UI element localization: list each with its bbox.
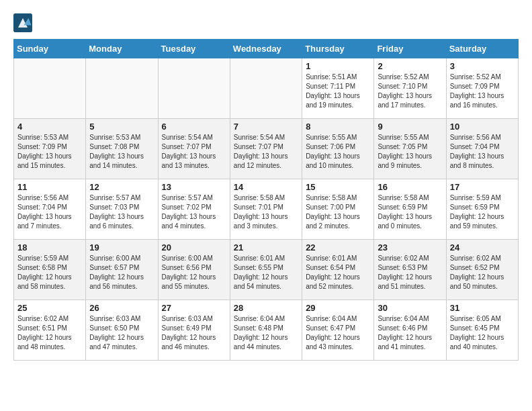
day-number: 18 (17, 242, 82, 253)
day-number: 10 (450, 122, 515, 132)
day-cell-3: 3Sunrise: 5:52 AM Sunset: 7:09 PM Daylig… (446, 58, 518, 119)
empty-cell (86, 58, 158, 119)
day-cell-6: 6Sunrise: 5:54 AM Sunset: 7:07 PM Daylig… (158, 119, 230, 179)
day-info: Sunrise: 6:00 AM Sunset: 6:57 PM Dayligh… (89, 254, 154, 291)
day-info: Sunrise: 5:53 AM Sunset: 7:09 PM Dayligh… (17, 133, 82, 171)
day-info: Sunrise: 6:00 AM Sunset: 6:56 PM Dayligh… (162, 254, 226, 291)
logo (13, 13, 35, 32)
day-info: Sunrise: 6:01 AM Sunset: 6:54 PM Dayligh… (306, 254, 370, 291)
day-number: 22 (306, 242, 370, 253)
day-number: 12 (89, 182, 154, 192)
day-number: 31 (450, 303, 515, 313)
day-cell-29: 29Sunrise: 6:04 AM Sunset: 6:47 PM Dayli… (302, 300, 374, 361)
empty-cell (158, 58, 230, 119)
day-info: Sunrise: 5:57 AM Sunset: 7:03 PM Dayligh… (89, 193, 154, 231)
week-row-4: 18Sunrise: 5:59 AM Sunset: 6:58 PM Dayli… (14, 240, 519, 300)
day-number: 11 (17, 182, 82, 192)
day-cell-4: 4Sunrise: 5:53 AM Sunset: 7:09 PM Daylig… (14, 119, 86, 179)
week-row-2: 4Sunrise: 5:53 AM Sunset: 7:09 PM Daylig… (14, 119, 519, 179)
week-row-3: 11Sunrise: 5:56 AM Sunset: 7:04 PM Dayli… (14, 179, 519, 240)
logo-icon (13, 13, 32, 32)
day-info: Sunrise: 6:05 AM Sunset: 6:45 PM Dayligh… (450, 314, 515, 352)
day-info: Sunrise: 5:55 AM Sunset: 7:06 PM Dayligh… (306, 133, 370, 171)
day-cell-12: 12Sunrise: 5:57 AM Sunset: 7:03 PM Dayli… (86, 179, 158, 240)
day-number: 5 (89, 122, 154, 132)
day-info: Sunrise: 6:03 AM Sunset: 6:50 PM Dayligh… (89, 314, 154, 352)
header-cell-wednesday: Wednesday (230, 40, 302, 58)
day-info: Sunrise: 5:58 AM Sunset: 6:59 PM Dayligh… (378, 193, 442, 231)
day-cell-24: 24Sunrise: 6:02 AM Sunset: 6:52 PM Dayli… (446, 240, 518, 300)
day-info: Sunrise: 5:54 AM Sunset: 7:07 PM Dayligh… (234, 133, 298, 171)
day-cell-28: 28Sunrise: 6:04 AM Sunset: 6:48 PM Dayli… (230, 300, 302, 361)
day-info: Sunrise: 6:02 AM Sunset: 6:53 PM Dayligh… (378, 254, 442, 291)
day-number: 8 (306, 122, 370, 132)
empty-cell (14, 58, 86, 119)
day-cell-16: 16Sunrise: 5:58 AM Sunset: 6:59 PM Dayli… (374, 179, 446, 240)
day-cell-31: 31Sunrise: 6:05 AM Sunset: 6:45 PM Dayli… (446, 300, 518, 361)
day-info: Sunrise: 5:57 AM Sunset: 7:02 PM Dayligh… (162, 193, 226, 231)
day-cell-23: 23Sunrise: 6:02 AM Sunset: 6:53 PM Dayli… (374, 240, 446, 300)
day-info: Sunrise: 5:58 AM Sunset: 7:01 PM Dayligh… (234, 193, 298, 231)
day-cell-10: 10Sunrise: 5:56 AM Sunset: 7:04 PM Dayli… (446, 119, 518, 179)
day-number: 23 (378, 242, 442, 253)
header-cell-sunday: Sunday (14, 40, 86, 58)
day-number: 28 (234, 303, 298, 313)
day-info: Sunrise: 6:04 AM Sunset: 6:47 PM Dayligh… (306, 314, 370, 352)
day-info: Sunrise: 5:54 AM Sunset: 7:07 PM Dayligh… (162, 133, 226, 171)
day-cell-26: 26Sunrise: 6:03 AM Sunset: 6:50 PM Dayli… (86, 300, 158, 361)
day-info: Sunrise: 5:59 AM Sunset: 6:58 PM Dayligh… (17, 254, 82, 291)
day-number: 7 (234, 122, 298, 132)
day-cell-14: 14Sunrise: 5:58 AM Sunset: 7:01 PM Dayli… (230, 179, 302, 240)
day-number: 14 (234, 182, 298, 192)
day-number: 13 (162, 182, 226, 192)
day-info: Sunrise: 6:04 AM Sunset: 6:48 PM Dayligh… (234, 314, 298, 352)
day-number: 24 (450, 242, 515, 253)
day-cell-5: 5Sunrise: 5:53 AM Sunset: 7:08 PM Daylig… (86, 119, 158, 179)
day-info: Sunrise: 6:04 AM Sunset: 6:46 PM Dayligh… (378, 314, 442, 352)
day-cell-7: 7Sunrise: 5:54 AM Sunset: 7:07 PM Daylig… (230, 119, 302, 179)
day-number: 6 (162, 122, 226, 132)
day-info: Sunrise: 5:52 AM Sunset: 7:09 PM Dayligh… (450, 73, 515, 110)
day-cell-21: 21Sunrise: 6:01 AM Sunset: 6:55 PM Dayli… (230, 240, 302, 300)
day-cell-11: 11Sunrise: 5:56 AM Sunset: 7:04 PM Dayli… (14, 179, 86, 240)
header-cell-monday: Monday (86, 40, 158, 58)
day-cell-8: 8Sunrise: 5:55 AM Sunset: 7:06 PM Daylig… (302, 119, 374, 179)
day-info: Sunrise: 5:58 AM Sunset: 7:00 PM Dayligh… (306, 193, 370, 231)
day-cell-20: 20Sunrise: 6:00 AM Sunset: 6:56 PM Dayli… (158, 240, 230, 300)
day-number: 17 (450, 182, 515, 192)
day-cell-13: 13Sunrise: 5:57 AM Sunset: 7:02 PM Dayli… (158, 179, 230, 240)
day-cell-17: 17Sunrise: 5:59 AM Sunset: 6:59 PM Dayli… (446, 179, 518, 240)
header (13, 13, 519, 32)
day-info: Sunrise: 6:02 AM Sunset: 6:52 PM Dayligh… (450, 254, 515, 291)
day-number: 27 (162, 303, 226, 313)
header-cell-thursday: Thursday (302, 40, 374, 58)
day-number: 4 (17, 122, 82, 132)
day-info: Sunrise: 5:59 AM Sunset: 6:59 PM Dayligh… (450, 193, 515, 231)
header-cell-saturday: Saturday (446, 40, 518, 58)
day-info: Sunrise: 6:01 AM Sunset: 6:55 PM Dayligh… (234, 254, 298, 291)
day-number: 21 (234, 242, 298, 253)
day-number: 9 (378, 122, 442, 132)
day-info: Sunrise: 5:51 AM Sunset: 7:11 PM Dayligh… (306, 73, 370, 110)
header-row: SundayMondayTuesdayWednesdayThursdayFrid… (14, 40, 519, 58)
day-number: 29 (306, 303, 370, 313)
day-cell-15: 15Sunrise: 5:58 AM Sunset: 7:00 PM Dayli… (302, 179, 374, 240)
day-number: 25 (17, 303, 82, 313)
day-cell-18: 18Sunrise: 5:59 AM Sunset: 6:58 PM Dayli… (14, 240, 86, 300)
calendar-table: SundayMondayTuesdayWednesdayThursdayFrid… (13, 39, 519, 361)
day-cell-2: 2Sunrise: 5:52 AM Sunset: 7:10 PM Daylig… (374, 58, 446, 119)
day-number: 26 (89, 303, 154, 313)
week-row-5: 25Sunrise: 6:02 AM Sunset: 6:51 PM Dayli… (14, 300, 519, 361)
day-number: 30 (378, 303, 442, 313)
header-cell-tuesday: Tuesday (158, 40, 230, 58)
week-row-1: 1Sunrise: 5:51 AM Sunset: 7:11 PM Daylig… (14, 58, 519, 119)
day-info: Sunrise: 5:53 AM Sunset: 7:08 PM Dayligh… (89, 133, 154, 171)
empty-cell (230, 58, 302, 119)
day-info: Sunrise: 5:56 AM Sunset: 7:04 PM Dayligh… (450, 133, 515, 171)
day-number: 2 (378, 61, 442, 71)
day-info: Sunrise: 5:52 AM Sunset: 7:10 PM Dayligh… (378, 73, 442, 110)
day-cell-30: 30Sunrise: 6:04 AM Sunset: 6:46 PM Dayli… (374, 300, 446, 361)
day-info: Sunrise: 5:55 AM Sunset: 7:05 PM Dayligh… (378, 133, 442, 171)
day-number: 16 (378, 182, 442, 192)
day-cell-22: 22Sunrise: 6:01 AM Sunset: 6:54 PM Dayli… (302, 240, 374, 300)
